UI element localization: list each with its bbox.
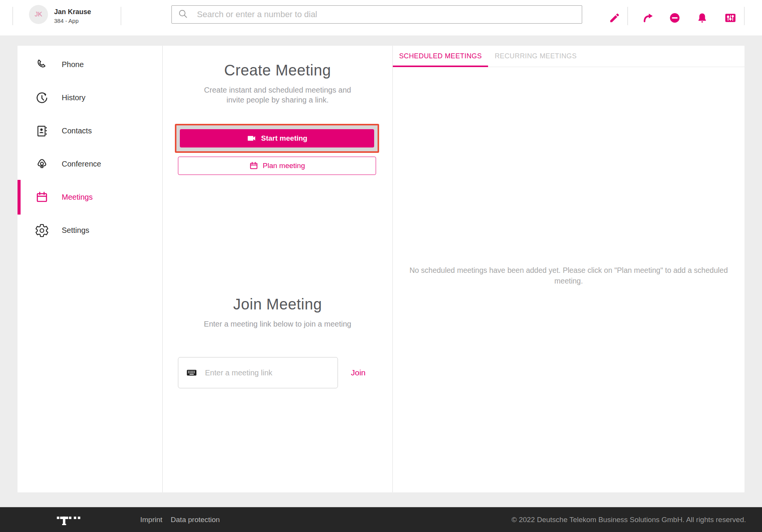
header-divider [628,7,628,25]
footer-links: Imprint Data protection [140,516,220,524]
avatar[interactable]: JK [29,5,48,24]
notifications-icon[interactable] [696,11,709,24]
header-divider [13,7,13,25]
audio-settings-icon[interactable] [724,11,737,24]
conference-icon [34,157,50,172]
search-input[interactable] [196,9,576,20]
copyright-text: © 2022 Deutsche Telekom Business Solutio… [511,516,746,524]
header-divider [121,7,121,25]
sidebar: Phone History [18,46,162,492]
meetings-list-panel: SCHEDULED MEETINGS RECURRING MEETINGS No… [392,46,744,492]
click-highlight-annotation: Start meeting [175,124,379,153]
sidebar-item-label: History [62,93,85,102]
plan-meeting-label: Plan meeting [263,162,305,170]
meeting-link-field[interactable] [178,357,338,388]
join-meeting-title: Join Meeting [163,296,392,313]
history-icon [34,90,50,106]
footer: Imprint Data protection © 2022 Deutsche … [0,507,762,532]
user-extension: 384 - App [54,18,91,25]
start-meeting-label: Start meeting [261,134,307,143]
sidebar-item-settings[interactable]: Settings [18,214,162,247]
do-not-disturb-icon[interactable] [668,11,681,24]
search-icon [178,9,188,20]
meeting-link-input[interactable] [204,368,330,378]
keyboard-icon [186,367,197,378]
create-meeting-panel: Create Meeting Create instant and schedu… [162,46,392,492]
compose-icon[interactable] [608,11,621,24]
search-bar[interactable] [171,5,582,24]
sidebar-item-label: Meetings [62,193,93,202]
sidebar-item-conference[interactable]: Conference [18,147,162,181]
user-name: Jan Krause [54,8,91,16]
app-window: JK Jan Krause 384 - App [0,0,762,532]
tab-scheduled-meetings[interactable]: SCHEDULED MEETINGS [393,46,488,67]
forward-call-icon[interactable] [642,11,655,24]
data-protection-link[interactable]: Data protection [171,516,220,524]
sidebar-item-phone[interactable]: Phone [18,48,162,81]
sidebar-item-label: Conference [62,160,101,168]
user-info: Jan Krause 384 - App [54,8,91,24]
sidebar-item-meetings[interactable]: Meetings [18,181,162,214]
settings-icon [34,223,50,238]
calendar-icon [249,161,258,170]
create-meeting-title: Create Meeting [163,46,392,79]
meetings-icon [34,190,50,205]
sidebar-item-history[interactable]: History [18,81,162,114]
tab-recurring-meetings[interactable]: RECURRING MEETINGS [488,46,583,67]
meetings-tabs: SCHEDULED MEETINGS RECURRING MEETINGS [393,46,744,67]
avatar-initials: JK [35,11,42,18]
join-button[interactable]: Join [351,357,366,388]
contacts-icon [34,123,50,139]
plan-meeting-button[interactable]: Plan meeting [178,157,376,175]
empty-state-message: No scheduled meetings have been added ye… [401,265,736,287]
header: JK Jan Krause 384 - App [0,0,762,35]
start-meeting-button[interactable]: Start meeting [180,129,374,147]
phone-icon [34,57,50,72]
telekom-logo [56,512,82,527]
sidebar-item-label: Contacts [62,127,92,135]
create-meeting-subtitle: Create instant and scheduled meetings an… [200,85,356,105]
sidebar-item-contacts[interactable]: Contacts [18,114,162,147]
join-meeting-subtitle: Enter a meeting link below to join a mee… [186,319,369,329]
imprint-link[interactable]: Imprint [140,516,162,524]
header-divider [744,7,744,25]
video-camera-icon [247,133,256,143]
sidebar-item-label: Settings [62,226,89,235]
sidebar-item-label: Phone [62,60,84,69]
